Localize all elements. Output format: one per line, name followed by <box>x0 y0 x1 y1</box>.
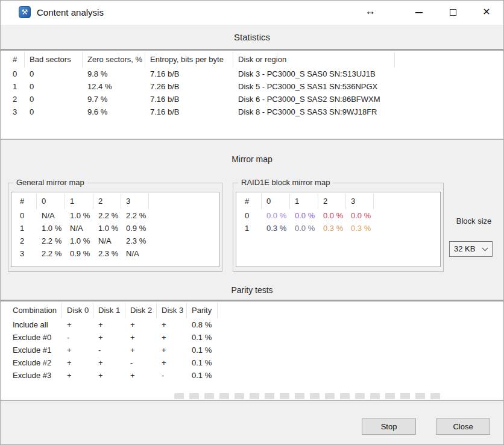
column-header: 0 <box>37 194 65 209</box>
table-cell: 0.9 % <box>65 247 93 260</box>
table-cell: 1 <box>15 222 37 235</box>
close-icon: ✕ <box>482 7 490 17</box>
table-row: 209.7 %7.16 b/BDisk 6 - PC3000_S SAS2 SN… <box>8 93 503 106</box>
parity-tests-table: CombinationDisk 0Disk 1Disk 2Disk 3Parit… <box>1 301 503 382</box>
parity-tests-header: CombinationDisk 0Disk 1Disk 2Disk 3Parit… <box>8 303 503 318</box>
table-row: Exclude #0-+++0.1 % <box>8 331 503 344</box>
table-row: 1012.4 %7.26 b/BDisk 5 - PC3000_S SAS1 S… <box>8 80 503 93</box>
column-header <box>374 194 440 209</box>
table-cell: 2.2 % <box>37 247 65 260</box>
table-cell: Exclude #0 <box>8 331 62 344</box>
table-cell: 0.3 % <box>318 222 346 235</box>
table-cell: Exclude #3 <box>8 369 62 382</box>
raid1e-mirror-map-groupbox: RAID1E block mirror map #0123 00.0 %0.0 … <box>233 183 444 272</box>
titlebar: ⚒ Content analysis ↔ ✕ <box>1 1 503 25</box>
table-cell: + <box>62 344 93 356</box>
column-header: 1 <box>290 194 318 209</box>
table-cell: - <box>62 331 93 344</box>
table-cell: 3 <box>8 106 25 118</box>
minimize-button[interactable] <box>408 1 430 24</box>
column-header: Disk 0 <box>62 303 93 318</box>
table-row: Exclude #2++-+0.1 % <box>8 356 503 369</box>
close-button[interactable]: Close <box>436 418 490 435</box>
statistics-table-body: 009.8 %7.16 b/BDisk 3 - PC3000_S SAS0 SN… <box>8 68 503 118</box>
general-mirror-map-box: #0123 0N/A1.0 %2.2 %2.2 %11.0 %N/A1.0 %0… <box>11 192 219 267</box>
watermark <box>174 393 444 399</box>
table-cell: 12.4 % <box>83 80 145 93</box>
table-cell: 0.8 % <box>187 318 218 331</box>
table-cell: + <box>62 318 93 331</box>
column-header: 2 <box>318 194 346 209</box>
window-title: Content analysis <box>37 1 104 25</box>
column-header <box>149 194 219 209</box>
column-header: Disk or region <box>233 52 395 68</box>
close-window-button[interactable]: ✕ <box>475 1 498 24</box>
raid1e-mirror-map-box: #0123 00.0 %0.0 %0.0 %0.0 %10.3 %0.0 %0.… <box>236 192 441 267</box>
table-cell: 0.1 % <box>187 369 218 382</box>
statistics-table: #Bad sectorsZero sectors, %Entropy, bits… <box>1 51 503 118</box>
column-header: 1 <box>65 194 93 209</box>
table-cell: + <box>157 318 187 331</box>
maximize-button[interactable] <box>441 1 464 24</box>
table-cell: 9.6 % <box>83 106 145 118</box>
column-header: # <box>240 194 262 209</box>
table-cell: N/A <box>65 222 93 235</box>
general-mirror-map-label: General mirror map <box>13 178 87 187</box>
block-size-value: 32 KB <box>454 242 475 256</box>
horizontal-resize-icon: ↔ <box>361 1 379 21</box>
table-cell: + <box>125 318 157 331</box>
table-cell: 0.1 % <box>187 331 218 344</box>
table-cell: 7.16 b/B <box>145 93 233 106</box>
table-row: 32.2 %0.9 %2.3 %N/A <box>15 247 219 260</box>
table-cell: 0.0 % <box>346 209 374 222</box>
table-cell: Exclude #2 <box>8 356 62 369</box>
column-header: 3 <box>121 194 149 209</box>
table-cell: N/A <box>121 247 149 260</box>
table-cell: 0 <box>240 209 262 222</box>
general-mirror-map-header: #0123 <box>15 194 219 209</box>
table-cell: 0.0 % <box>290 209 318 222</box>
table-cell: 2 <box>15 235 37 247</box>
column-header: # <box>15 194 37 209</box>
column-header <box>395 52 503 68</box>
table-cell: 1.0 % <box>93 222 121 235</box>
table-row: 22.2 %1.0 %N/A2.3 % <box>15 235 219 247</box>
table-cell: 2.2 % <box>37 235 65 247</box>
column-header: Disk 3 <box>157 303 187 318</box>
table-cell: + <box>93 331 125 344</box>
maximize-icon <box>450 9 456 16</box>
table-row: 00.0 %0.0 %0.0 %0.0 % <box>240 209 440 222</box>
table-cell: 0.0 % <box>290 222 318 235</box>
table-row: 10.3 %0.0 %0.3 %0.3 % <box>240 222 440 235</box>
table-cell: 7.16 b/B <box>145 68 233 80</box>
mirror-map-section-header: Mirror map <box>1 140 503 176</box>
table-cell: + <box>62 369 93 382</box>
table-cell: 9.8 % <box>83 68 145 80</box>
parity-tests-panel: CombinationDisk 0Disk 1Disk 2Disk 3Parit… <box>1 301 503 401</box>
table-cell: 2.3 % <box>93 247 121 260</box>
table-row: Exclude #1+-++0.1 % <box>8 344 503 356</box>
raid1e-mirror-map-label: RAID1E block mirror map <box>238 178 333 187</box>
table-cell: 2.3 % <box>121 235 149 247</box>
table-cell: + <box>125 331 157 344</box>
table-cell: + <box>125 369 157 382</box>
table-row: 0N/A1.0 %2.2 %2.2 % <box>15 209 219 222</box>
column-header: Disk 2 <box>125 303 157 318</box>
table-row: Include all++++0.8 % <box>8 318 503 331</box>
column-header: # <box>8 52 25 68</box>
table-cell: 0 <box>25 93 83 106</box>
table-cell: 0 <box>25 106 83 118</box>
column-header: Bad sectors <box>25 52 83 68</box>
table-cell: 1 <box>8 80 25 93</box>
table-cell: 2.2 % <box>93 209 121 222</box>
stop-button[interactable]: Stop <box>362 418 416 435</box>
table-cell: 1.0 % <box>65 235 93 247</box>
table-cell: N/A <box>37 209 65 222</box>
column-header: Disk 1 <box>93 303 125 318</box>
table-cell: + <box>125 344 157 356</box>
parity-tests-body: Include all++++0.8 %Exclude #0-+++0.1 %E… <box>8 318 503 382</box>
table-cell: 0.3 % <box>346 222 374 235</box>
block-size-select[interactable]: 32 KB <box>449 241 493 257</box>
table-cell: 7.26 b/B <box>145 80 233 93</box>
table-cell: 0 <box>8 68 25 80</box>
